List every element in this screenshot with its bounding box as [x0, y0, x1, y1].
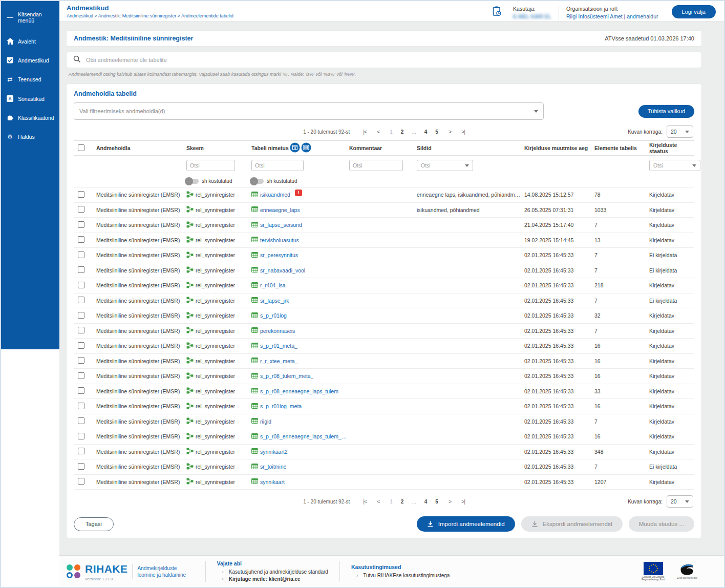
first-page-button[interactable]: |<: [363, 498, 367, 505]
sidebar-item-haldus[interactable]: ⚙ Haldus: [1, 127, 59, 146]
row-checkbox[interactable]: [78, 327, 84, 333]
sidebar-collapse[interactable]: — Kitsendan menüü: [1, 5, 59, 30]
row-checkbox[interactable]: [78, 372, 84, 379]
table-link[interactable]: sr_toitmine: [260, 464, 286, 470]
change-status-button[interactable]: Muuda staatus ...: [629, 516, 694, 532]
col-skeem[interactable]: Skeem: [186, 145, 251, 151]
export-elements-button[interactable]: Ekspordi andmeelemendid: [521, 516, 623, 532]
row-checkbox[interactable]: [78, 282, 84, 288]
incl-deleted-toggle-skeem[interactable]: −sh kustutatud: [186, 178, 251, 184]
row-checkbox[interactable]: [78, 312, 84, 319]
col-andmehoidla[interactable]: Andmehoidla: [96, 145, 186, 151]
last-page-button[interactable]: >|: [461, 129, 465, 135]
page-button-5[interactable]: 5: [435, 129, 438, 135]
page-button-5[interactable]: 5: [435, 499, 438, 505]
filter-tabel-input[interactable]: [251, 160, 304, 171]
table-link[interactable]: synnikaart2: [260, 449, 288, 455]
datastore-filter-select[interactable]: Vali filtreerimiseks andmehoidla(d): [74, 102, 544, 120]
per-page-select[interactable]: 20: [667, 495, 693, 508]
prev-page-button[interactable]: <: [377, 498, 379, 505]
col-muutmise-aeg[interactable]: Kirjelduse muutmise aeg: [524, 145, 594, 151]
table-link[interactable]: perekonnaseis: [260, 328, 295, 334]
org-role-value[interactable]: Riigi Infosüsteemi Amet | andmehaldur: [566, 13, 658, 20]
col-tabeli-nimetus[interactable]: Tabeli nimetus: [251, 145, 289, 151]
search-input[interactable]: [86, 57, 695, 63]
table-link[interactable]: sr_nabavaadi_vool: [260, 267, 305, 274]
cell-andmehoidla: Meditsiiniline sünniregister (EMSR): [96, 192, 186, 198]
filter-skeem-input[interactable]: [186, 160, 235, 171]
table-link[interactable]: sr_lapse_jrk: [260, 298, 289, 304]
row-checkbox[interactable]: [78, 463, 84, 470]
table-link[interactable]: r_r_xtee_meta_: [260, 358, 298, 364]
back-button[interactable]: Tagasi: [74, 517, 114, 531]
page-button-1[interactable]: 1: [390, 129, 393, 135]
col-staatus[interactable]: Kirjelduste staatus: [649, 142, 694, 154]
page-button-2[interactable]: 2: [401, 129, 404, 135]
table-link[interactable]: s_p_r08_tulem_meta_: [260, 373, 313, 379]
sidebar-item-teenused[interactable]: ⇄ Teenused: [1, 70, 59, 89]
next-page-button[interactable]: >: [449, 129, 451, 135]
next-page-button[interactable]: >: [449, 498, 451, 505]
table-view-compact-icon[interactable]: [301, 142, 311, 154]
row-checkbox[interactable]: [78, 417, 84, 424]
row-checkbox[interactable]: [78, 297, 84, 303]
table-link[interactable]: synnikaart: [260, 479, 285, 485]
sidebar-item-klassifikaatorid[interactable]: Klassifikaatorid: [1, 108, 59, 127]
page-button-1[interactable]: 1: [390, 499, 393, 505]
first-page-button[interactable]: |<: [363, 129, 367, 135]
import-elements-button[interactable]: Impordi andmeelemendid: [417, 516, 515, 532]
clipboard-clock-icon[interactable]: [492, 6, 502, 18]
breadcrumb[interactable]: Andmestikud > Andmestik: Meditsiiniline …: [67, 13, 492, 18]
row-checkbox[interactable]: [78, 478, 84, 485]
table-link[interactable]: s_p_r08_enneaegne_laps_tulem: [260, 388, 338, 394]
row-checkbox[interactable]: [78, 191, 84, 198]
row-checkbox[interactable]: [78, 448, 84, 454]
table-link[interactable]: s_p_r01_meta_: [260, 343, 297, 349]
col-sildid[interactable]: Sildid: [417, 145, 524, 151]
help-link-manual[interactable]: ›Kasutusjuhend ja andmekirjelduse standa…: [217, 569, 328, 576]
table-link[interactable]: enneaegne_laps: [260, 207, 300, 213]
page-button-4[interactable]: 4: [424, 129, 428, 135]
sidebar-item-avaleht[interactable]: Avaleht: [1, 32, 59, 51]
row-checkbox[interactable]: [78, 236, 84, 243]
prev-page-button[interactable]: <: [377, 129, 379, 135]
row-checkbox[interactable]: [78, 221, 84, 228]
row-checkbox[interactable]: [78, 387, 84, 394]
sidebar-item-sonastikud[interactable]: A Sõnastikud: [1, 89, 59, 108]
table-link[interactable]: sr_lapse_seisund: [260, 222, 302, 228]
row-checkbox[interactable]: [78, 403, 84, 409]
terms-link[interactable]: ›Tutvu RIHAKEse kasutustingimustega: [351, 572, 450, 579]
page-button-4[interactable]: 4: [424, 499, 428, 505]
incl-deleted-toggle-tabel[interactable]: −sh kustutatud: [251, 178, 349, 184]
help-link-email[interactable]: ›Kirjutage meile: klient@ria.ee: [217, 576, 328, 583]
select-all-checkbox[interactable]: [78, 144, 84, 151]
table-link[interactable]: r_r404_isa: [260, 282, 286, 288]
col-kommentaar[interactable]: Kommentaar: [349, 145, 417, 151]
filter-sildid-select[interactable]: Otsi: [417, 160, 473, 171]
table-link[interactable]: s_p_r01log_meta_: [260, 403, 305, 409]
last-page-button[interactable]: >|: [461, 498, 465, 505]
logout-button[interactable]: Logi välja: [672, 5, 716, 18]
table-link[interactable]: riigid: [260, 418, 271, 425]
row-checkbox[interactable]: [78, 251, 84, 258]
cell-tabel: perekonnaseis: [251, 327, 349, 334]
row-checkbox[interactable]: [78, 206, 84, 213]
per-page-select[interactable]: 20: [667, 125, 693, 138]
col-elemente[interactable]: Elemente tabelis: [594, 145, 649, 151]
table-link[interactable]: isikuandmed: [260, 192, 290, 198]
filter-staatus-select[interactable]: Otsi: [649, 160, 700, 171]
sidebar-item-andmestikud[interactable]: Andmestikud: [1, 51, 59, 70]
clear-selection-button[interactable]: Tühista valikud: [638, 105, 694, 118]
row-checkbox[interactable]: [78, 342, 84, 349]
table-link[interactable]: s_p_r01log: [260, 312, 287, 319]
table-link[interactable]: sr_peresynnitus: [260, 252, 298, 258]
page-button-2[interactable]: 2: [401, 499, 404, 505]
table-view-icon[interactable]: [290, 142, 300, 154]
row-checkbox[interactable]: [78, 357, 84, 364]
row-checkbox[interactable]: [78, 266, 84, 273]
row-checkbox[interactable]: [78, 433, 84, 439]
table-link[interactable]: tervishoiuasutus: [260, 237, 299, 243]
table-link[interactable]: s_p_r08_enneaegne_laps_tulem_meta_: [260, 433, 349, 439]
filter-kommentaar-input[interactable]: [349, 160, 403, 171]
table-row: Meditsiiniline sünniregister (EMSR) rel_…: [74, 263, 694, 279]
